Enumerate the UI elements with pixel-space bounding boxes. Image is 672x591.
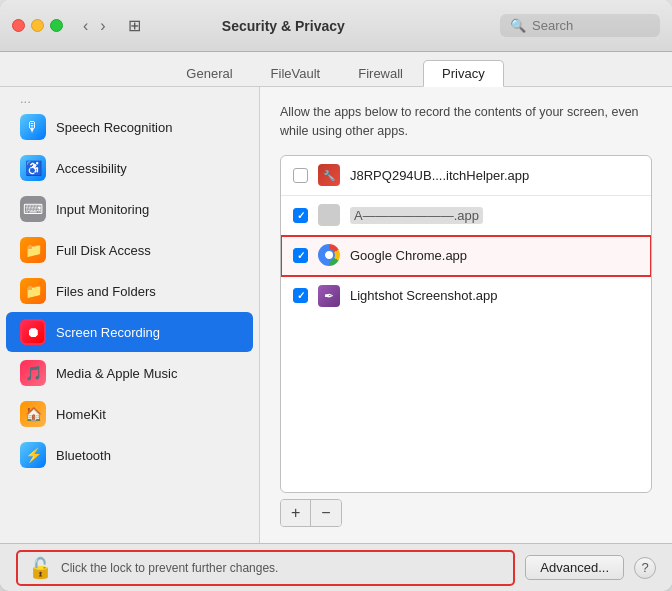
homekit-icon: 🏠 bbox=[20, 401, 46, 427]
fulldisk-icon: 📁 bbox=[20, 237, 46, 263]
input-icon: ⌨ bbox=[20, 196, 46, 222]
bottombar: 🔓 Click the lock to prevent further chan… bbox=[0, 543, 672, 591]
accessibility-icon: ♿ bbox=[20, 155, 46, 181]
app-list: 🔧 J8RPQ294UB....itchHelper.app A———————.… bbox=[280, 155, 652, 493]
titlebar: ‹ › ⊞ Security & Privacy 🔍 bbox=[0, 0, 672, 52]
app-name-redacted: A———————.app bbox=[350, 207, 483, 224]
tab-general[interactable]: General bbox=[168, 61, 250, 86]
checkbox-itchhelper[interactable] bbox=[293, 168, 308, 183]
maximize-button[interactable] bbox=[50, 19, 63, 32]
sidebar-item-fulldisk[interactable]: 📁 Full Disk Access bbox=[6, 230, 253, 270]
tab-privacy[interactable]: Privacy bbox=[423, 60, 504, 87]
sidebar-item-homekit[interactable]: 🏠 HomeKit bbox=[6, 394, 253, 434]
checkbox-redacted[interactable] bbox=[293, 208, 308, 223]
sidebar-label-screen: Screen Recording bbox=[56, 325, 160, 340]
sidebar-item-bluetooth[interactable]: ⚡ Bluetooth bbox=[6, 435, 253, 475]
traffic-lights bbox=[12, 19, 63, 32]
app-name-chrome: Google Chrome.app bbox=[350, 248, 467, 263]
sidebar-label-speech: Speech Recognition bbox=[56, 120, 172, 135]
main-content: ... 🎙 Speech Recognition ♿ Accessibility… bbox=[0, 87, 672, 543]
sidebar-label-accessibility: Accessibility bbox=[56, 161, 127, 176]
itchhelper-icon: 🔧 bbox=[318, 164, 340, 186]
sidebar: ... 🎙 Speech Recognition ♿ Accessibility… bbox=[0, 87, 260, 543]
lightshot-icon: ✒ bbox=[318, 285, 340, 307]
sidebar-item-input[interactable]: ⌨ Input Monitoring bbox=[6, 189, 253, 229]
files-icon: 📁 bbox=[20, 278, 46, 304]
sidebar-label-fulldisk: Full Disk Access bbox=[56, 243, 151, 258]
tabbar: General FileVault Firewall Privacy bbox=[0, 52, 672, 87]
sidebar-label-files: Files and Folders bbox=[56, 284, 156, 299]
list-controls: + − bbox=[280, 499, 342, 527]
lock-area[interactable]: 🔓 Click the lock to prevent further chan… bbox=[16, 550, 515, 586]
tab-firewall[interactable]: Firewall bbox=[340, 61, 421, 86]
sidebar-label-input: Input Monitoring bbox=[56, 202, 149, 217]
sidebar-item-media[interactable]: 🎵 Media & Apple Music bbox=[6, 353, 253, 393]
search-icon: 🔍 bbox=[510, 18, 526, 33]
lock-text: Click the lock to prevent further change… bbox=[61, 561, 278, 575]
add-app-button[interactable]: + bbox=[281, 500, 311, 526]
sidebar-item-accessibility[interactable]: ♿ Accessibility bbox=[6, 148, 253, 188]
sidebar-item-files[interactable]: 📁 Files and Folders bbox=[6, 271, 253, 311]
app-item-redacted: A———————.app bbox=[281, 196, 651, 236]
bottom-buttons: Advanced... ? bbox=[525, 555, 656, 580]
panel-description: Allow the apps below to record the conte… bbox=[280, 103, 652, 141]
minimize-button[interactable] bbox=[31, 19, 44, 32]
checkbox-lightshot[interactable] bbox=[293, 288, 308, 303]
app-item-lightshot: ✒ Lightshot Screenshot.app bbox=[281, 276, 651, 316]
sidebar-item-speech[interactable]: 🎙 Speech Recognition bbox=[6, 107, 253, 147]
speech-icon: 🎙 bbox=[20, 114, 46, 140]
window: ‹ › ⊞ Security & Privacy 🔍 General FileV… bbox=[0, 0, 672, 591]
lock-icon: 🔓 bbox=[28, 556, 53, 580]
window-title: Security & Privacy bbox=[75, 18, 492, 34]
tab-filevault[interactable]: FileVault bbox=[253, 61, 339, 86]
sidebar-item-screen[interactable]: ⏺ Screen Recording bbox=[6, 312, 253, 352]
sidebar-label-media: Media & Apple Music bbox=[56, 366, 177, 381]
chrome-icon bbox=[318, 244, 340, 266]
help-button[interactable]: ? bbox=[634, 557, 656, 579]
app-name-lightshot: Lightshot Screenshot.app bbox=[350, 288, 497, 303]
screen-icon: ⏺ bbox=[20, 319, 46, 345]
search-input[interactable] bbox=[532, 18, 652, 33]
sidebar-label-bluetooth: Bluetooth bbox=[56, 448, 111, 463]
redacted-icon bbox=[318, 204, 340, 226]
app-name-itchhelper: J8RPQ294UB....itchHelper.app bbox=[350, 168, 529, 183]
close-button[interactable] bbox=[12, 19, 25, 32]
advanced-button[interactable]: Advanced... bbox=[525, 555, 624, 580]
sidebar-label-homekit: HomeKit bbox=[56, 407, 106, 422]
main-panel: Allow the apps below to record the conte… bbox=[260, 87, 672, 543]
checkbox-chrome[interactable] bbox=[293, 248, 308, 263]
media-icon: 🎵 bbox=[20, 360, 46, 386]
remove-app-button[interactable]: − bbox=[311, 500, 340, 526]
search-bar[interactable]: 🔍 bbox=[500, 14, 660, 37]
sidebar-partial: ... bbox=[6, 92, 253, 106]
bluetooth-icon: ⚡ bbox=[20, 442, 46, 468]
app-item-itchhelper: 🔧 J8RPQ294UB....itchHelper.app bbox=[281, 156, 651, 196]
app-item-chrome: Google Chrome.app bbox=[281, 236, 651, 276]
